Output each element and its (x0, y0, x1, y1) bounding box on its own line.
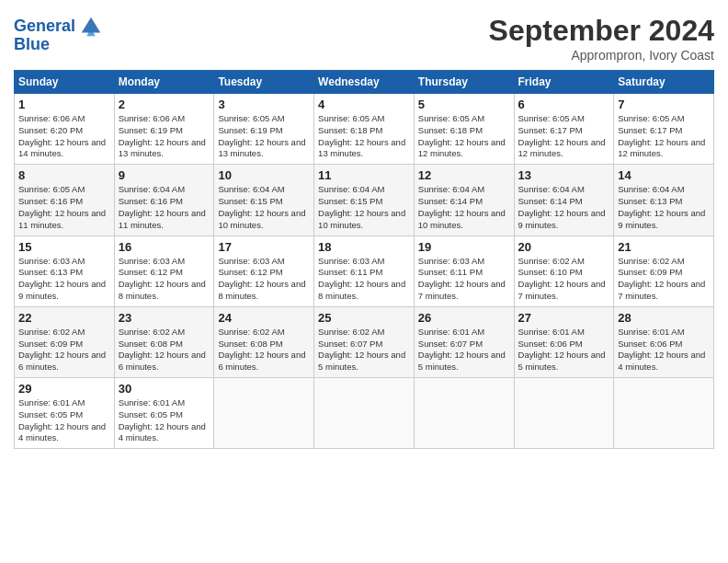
table-row (414, 378, 514, 449)
table-row: 19 Sunrise: 6:03 AMSunset: 6:11 PMDaylig… (414, 236, 514, 306)
calendar-week-row: 1 Sunrise: 6:06 AMSunset: 6:20 PMDayligh… (15, 94, 714, 165)
day-number: 26 (418, 311, 510, 325)
table-row: 23 Sunrise: 6:02 AMSunset: 6:08 PMDaylig… (114, 306, 214, 377)
month-title: September 2024 (489, 14, 714, 48)
day-detail: Sunrise: 6:01 AMSunset: 6:06 PMDaylight:… (618, 327, 705, 372)
table-row: 7 Sunrise: 6:05 AMSunset: 6:17 PMDayligh… (614, 94, 714, 165)
logo-text: General (14, 17, 75, 36)
table-row: 10 Sunrise: 6:04 AMSunset: 6:15 PMDaylig… (214, 165, 314, 236)
table-row: 17 Sunrise: 6:03 AMSunset: 6:12 PMDaylig… (214, 236, 314, 306)
day-number: 16 (119, 240, 210, 254)
day-number: 22 (18, 311, 110, 325)
table-row: 28 Sunrise: 6:01 AMSunset: 6:06 PMDaylig… (614, 306, 714, 377)
calendar-week-row: 29 Sunrise: 6:01 AMSunset: 6:05 PMDaylig… (15, 378, 714, 449)
day-detail: Sunrise: 6:06 AMSunset: 6:20 PMDaylight:… (18, 113, 106, 158)
day-number: 23 (119, 311, 210, 325)
day-detail: Sunrise: 6:01 AMSunset: 6:05 PMDaylight:… (18, 397, 106, 442)
table-row: 11 Sunrise: 6:04 AMSunset: 6:15 PMDaylig… (314, 165, 415, 236)
day-detail: Sunrise: 6:05 AMSunset: 6:18 PMDaylight:… (418, 113, 506, 158)
logo-subtext: Blue (14, 35, 50, 53)
day-detail: Sunrise: 6:04 AMSunset: 6:16 PMDaylight:… (119, 184, 206, 229)
calendar-header-row: Sunday Monday Tuesday Wednesday Thursday… (15, 71, 714, 94)
col-sunday: Sunday (15, 71, 115, 94)
day-number: 29 (18, 382, 110, 396)
table-row: 16 Sunrise: 6:03 AMSunset: 6:12 PMDaylig… (114, 236, 214, 306)
day-number: 21 (618, 240, 710, 254)
day-detail: Sunrise: 6:06 AMSunset: 6:19 PMDaylight:… (119, 113, 206, 158)
day-detail: Sunrise: 6:01 AMSunset: 6:07 PMDaylight:… (418, 327, 506, 372)
day-number: 15 (18, 240, 110, 254)
day-detail: Sunrise: 6:05 AMSunset: 6:19 PMDaylight:… (218, 113, 305, 158)
day-detail: Sunrise: 6:03 AMSunset: 6:11 PMDaylight:… (318, 256, 405, 301)
col-friday: Friday (514, 71, 614, 94)
day-detail: Sunrise: 6:04 AMSunset: 6:14 PMDaylight:… (418, 184, 506, 229)
table-row: 18 Sunrise: 6:03 AMSunset: 6:11 PMDaylig… (314, 236, 415, 306)
day-number: 25 (318, 311, 410, 325)
calendar-week-row: 22 Sunrise: 6:02 AMSunset: 6:09 PMDaylig… (15, 306, 714, 377)
table-row (314, 378, 415, 449)
day-detail: Sunrise: 6:03 AMSunset: 6:11 PMDaylight:… (418, 256, 506, 301)
day-detail: Sunrise: 6:03 AMSunset: 6:13 PMDaylight:… (18, 256, 106, 301)
day-detail: Sunrise: 6:02 AMSunset: 6:09 PMDaylight:… (618, 256, 705, 301)
day-number: 6 (518, 98, 610, 111)
table-row: 26 Sunrise: 6:01 AMSunset: 6:07 PMDaylig… (414, 306, 514, 377)
table-row: 13 Sunrise: 6:04 AMSunset: 6:14 PMDaylig… (514, 165, 614, 236)
day-detail: Sunrise: 6:01 AMSunset: 6:06 PMDaylight:… (518, 327, 606, 372)
day-number: 4 (318, 98, 410, 111)
day-number: 1 (18, 98, 110, 111)
calendar-week-row: 8 Sunrise: 6:05 AMSunset: 6:16 PMDayligh… (15, 165, 714, 236)
day-detail: Sunrise: 6:04 AMSunset: 6:13 PMDaylight:… (618, 184, 705, 229)
day-detail: Sunrise: 6:04 AMSunset: 6:15 PMDaylight:… (218, 184, 305, 229)
day-number: 27 (518, 311, 610, 325)
day-detail: Sunrise: 6:02 AMSunset: 6:08 PMDaylight:… (119, 327, 206, 372)
day-number: 2 (119, 98, 210, 111)
col-tuesday: Tuesday (214, 71, 314, 94)
table-row: 12 Sunrise: 6:04 AMSunset: 6:14 PMDaylig… (414, 165, 514, 236)
logo-icon (78, 14, 104, 40)
calendar-week-row: 15 Sunrise: 6:03 AMSunset: 6:13 PMDaylig… (15, 236, 714, 306)
day-detail: Sunrise: 6:02 AMSunset: 6:10 PMDaylight:… (518, 256, 606, 301)
day-number: 30 (119, 382, 210, 396)
day-number: 5 (418, 98, 510, 111)
table-row: 29 Sunrise: 6:01 AMSunset: 6:05 PMDaylig… (15, 378, 115, 449)
table-row: 4 Sunrise: 6:05 AMSunset: 6:18 PMDayligh… (314, 94, 415, 165)
day-number: 12 (418, 168, 510, 182)
table-row: 24 Sunrise: 6:02 AMSunset: 6:08 PMDaylig… (214, 306, 314, 377)
day-number: 7 (618, 98, 710, 111)
table-row: 3 Sunrise: 6:05 AMSunset: 6:19 PMDayligh… (214, 94, 314, 165)
day-detail: Sunrise: 6:04 AMSunset: 6:14 PMDaylight:… (518, 184, 606, 229)
table-row: 25 Sunrise: 6:02 AMSunset: 6:07 PMDaylig… (314, 306, 415, 377)
day-detail: Sunrise: 6:04 AMSunset: 6:15 PMDaylight:… (318, 184, 405, 229)
day-detail: Sunrise: 6:05 AMSunset: 6:17 PMDaylight:… (518, 113, 606, 158)
location: Apprompron, Ivory Coast (489, 48, 714, 63)
title-block: September 2024 Apprompron, Ivory Coast (489, 14, 714, 63)
day-detail: Sunrise: 6:05 AMSunset: 6:16 PMDaylight:… (18, 184, 106, 229)
day-number: 20 (518, 240, 610, 254)
col-wednesday: Wednesday (314, 71, 415, 94)
day-number: 3 (218, 98, 310, 111)
calendar-table: Sunday Monday Tuesday Wednesday Thursday… (14, 70, 714, 449)
day-number: 24 (218, 311, 310, 325)
day-number: 14 (618, 168, 710, 182)
day-number: 28 (618, 311, 710, 325)
table-row (614, 378, 714, 449)
table-row: 30 Sunrise: 6:01 AMSunset: 6:05 PMDaylig… (114, 378, 214, 449)
col-saturday: Saturday (614, 71, 714, 94)
day-number: 9 (119, 168, 210, 182)
day-number: 18 (318, 240, 410, 254)
page-header: General Blue September 2024 Apprompron, … (14, 14, 714, 63)
table-row: 15 Sunrise: 6:03 AMSunset: 6:13 PMDaylig… (15, 236, 115, 306)
day-detail: Sunrise: 6:03 AMSunset: 6:12 PMDaylight:… (119, 256, 206, 301)
day-number: 11 (318, 168, 410, 182)
col-thursday: Thursday (414, 71, 514, 94)
day-number: 13 (518, 168, 610, 182)
day-number: 8 (18, 168, 110, 182)
day-detail: Sunrise: 6:03 AMSunset: 6:12 PMDaylight:… (218, 256, 305, 301)
table-row: 21 Sunrise: 6:02 AMSunset: 6:09 PMDaylig… (614, 236, 714, 306)
day-detail: Sunrise: 6:02 AMSunset: 6:07 PMDaylight:… (318, 327, 405, 372)
table-row: 27 Sunrise: 6:01 AMSunset: 6:06 PMDaylig… (514, 306, 614, 377)
table-row: 9 Sunrise: 6:04 AMSunset: 6:16 PMDayligh… (114, 165, 214, 236)
day-number: 19 (418, 240, 510, 254)
col-monday: Monday (114, 71, 214, 94)
day-detail: Sunrise: 6:02 AMSunset: 6:08 PMDaylight:… (218, 327, 305, 372)
